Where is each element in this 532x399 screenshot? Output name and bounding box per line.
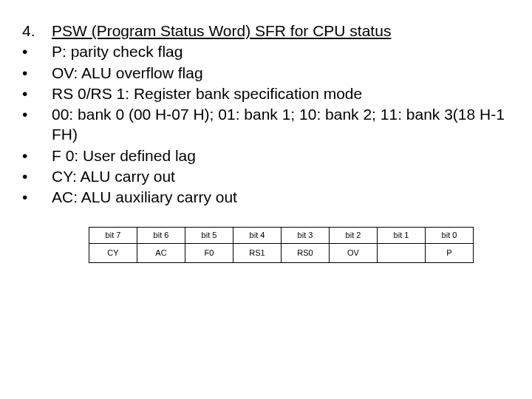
bit-header: bit 6 <box>137 227 185 243</box>
heading-number: 4. <box>22 21 52 41</box>
bullet-item: • CY: ALU carry out <box>22 166 510 186</box>
bullet-marker: • <box>22 187 52 207</box>
bullet-item: • 00: bank 0 (00 H-07 H); 01: bank 1; 10… <box>22 104 510 145</box>
bit-header: bit 4 <box>233 227 282 243</box>
bit-value: RS0 <box>282 243 330 262</box>
bit-header: bit 5 <box>185 227 233 243</box>
bullet-marker: • <box>22 104 52 145</box>
content-list: 4. PSW (Program Status Word) SFR for CPU… <box>22 21 510 208</box>
bullet-item: • P: parity check flag <box>22 41 510 61</box>
heading-row: 4. PSW (Program Status Word) SFR for CPU… <box>22 21 510 41</box>
bit-value <box>378 243 426 262</box>
bullet-text: 00: bank 0 (00 H-07 H); 01: bank 1; 10: … <box>52 104 510 145</box>
bullet-marker: • <box>22 41 52 61</box>
bullet-text: P: parity check flag <box>52 41 510 61</box>
bit-value: P <box>426 243 474 262</box>
bullet-marker: • <box>22 146 52 166</box>
bit-header: bit 1 <box>378 227 426 243</box>
bullet-marker: • <box>22 63 52 83</box>
table-data-row: CY AC F0 RS1 RS0 OV P <box>89 243 474 262</box>
bullet-item: • OV: ALU overflow flag <box>22 63 510 83</box>
bit-value: RS1 <box>233 243 282 262</box>
bullet-marker: • <box>22 83 52 103</box>
bit-value: AC <box>137 243 185 262</box>
bullet-text: CY: ALU carry out <box>52 166 510 186</box>
bullet-text: AC: ALU auxiliary carry out <box>52 187 510 207</box>
table-header-row: bit 7 bit 6 bit 5 bit 4 bit 3 bit 2 bit … <box>89 227 474 243</box>
bullet-item: • F 0: User defined lag <box>22 146 510 166</box>
bit-value: F0 <box>185 243 233 262</box>
bit-header: bit 2 <box>330 227 378 243</box>
bullet-text: F 0: User defined lag <box>52 146 510 166</box>
bit-value: CY <box>89 243 137 262</box>
bit-header: bit 0 <box>426 227 474 243</box>
bullet-text: RS 0/RS 1: Register bank specification m… <box>52 83 510 103</box>
bit-header: bit 3 <box>282 227 330 243</box>
psw-bit-table: bit 7 bit 6 bit 5 bit 4 bit 3 bit 2 bit … <box>89 227 474 263</box>
bullet-text: OV: ALU overflow flag <box>52 63 510 83</box>
bit-value: OV <box>330 243 378 262</box>
bullet-item: • RS 0/RS 1: Register bank specification… <box>22 83 510 103</box>
bullet-item: • AC: ALU auxiliary carry out <box>22 187 510 207</box>
heading-text: PSW (Program Status Word) SFR for CPU st… <box>52 21 510 41</box>
bullet-marker: • <box>22 166 52 186</box>
bit-header: bit 7 <box>89 227 137 243</box>
